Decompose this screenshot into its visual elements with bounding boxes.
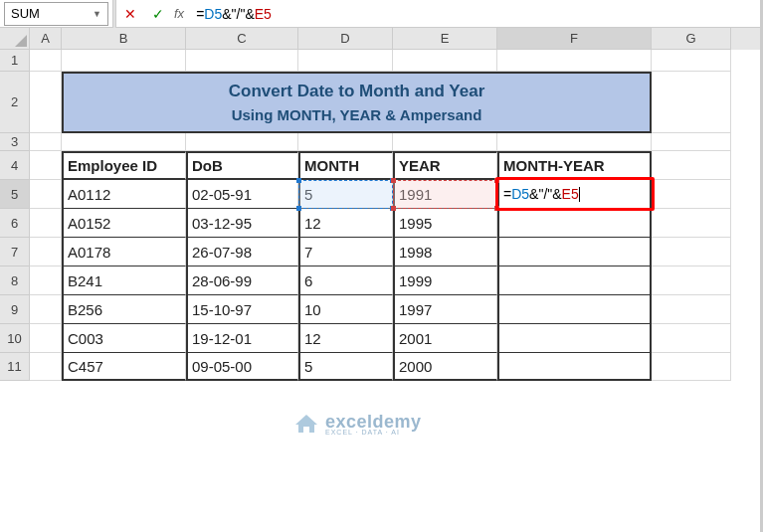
cell-month[interactable]: 5 <box>298 180 393 209</box>
cell-month[interactable]: 10 <box>298 295 393 324</box>
cell[interactable] <box>30 151 62 180</box>
row-header-4[interactable]: 4 <box>0 151 30 180</box>
cell-month[interactable]: 12 <box>298 209 393 238</box>
cell[interactable] <box>652 133 731 151</box>
cell[interactable] <box>298 133 393 151</box>
cell-month-year[interactable] <box>497 266 652 295</box>
cell-year[interactable]: 2000 <box>393 353 497 381</box>
title-merged-cell[interactable]: Convert Date to Month and Year Using MON… <box>62 72 652 133</box>
cell-employee-id[interactable]: A0152 <box>62 209 186 238</box>
fx-icon[interactable]: fx <box>174 6 184 21</box>
header-month-year[interactable]: MONTH-YEAR <box>497 151 652 180</box>
cell[interactable] <box>652 353 731 381</box>
cell-dob[interactable]: 19-12-01 <box>186 324 298 353</box>
cell-year[interactable]: 1999 <box>393 266 497 295</box>
cell-month-year[interactable] <box>497 324 652 353</box>
col-header-d[interactable]: D <box>298 28 393 50</box>
cancel-button[interactable]: ✕ <box>116 2 144 26</box>
cell[interactable] <box>30 180 62 209</box>
name-box[interactable]: SUM ▼ <box>4 2 108 26</box>
cell[interactable] <box>186 50 298 72</box>
watermark: exceldemy EXCEL · DATA · AI <box>293 413 422 438</box>
cell[interactable] <box>30 324 62 353</box>
cell-year[interactable]: 1991 <box>393 180 497 209</box>
cell-employee-id[interactable]: A0112 <box>62 180 186 209</box>
col-header-b[interactable]: B <box>62 28 186 50</box>
cell-dob[interactable]: 03-12-95 <box>186 209 298 238</box>
cell-dob[interactable]: 26-07-98 <box>186 238 298 266</box>
cell[interactable] <box>30 50 62 72</box>
cell-dob[interactable]: 15-10-97 <box>186 295 298 324</box>
header-month[interactable]: MONTH <box>298 151 393 180</box>
cell-month-year[interactable] <box>497 295 652 324</box>
select-all-corner[interactable] <box>0 28 30 50</box>
cell-month-year[interactable] <box>497 209 652 238</box>
col-header-a[interactable]: A <box>30 28 62 50</box>
cell[interactable] <box>652 266 731 295</box>
cell[interactable] <box>497 133 652 151</box>
cell[interactable] <box>652 295 731 324</box>
cell[interactable] <box>30 353 62 381</box>
cell-month[interactable]: 12 <box>298 324 393 353</box>
row-header-7[interactable]: 7 <box>0 238 30 266</box>
cell[interactable] <box>30 133 62 151</box>
cell-employee-id[interactable]: A0178 <box>62 238 186 266</box>
cell-year[interactable]: 1997 <box>393 295 497 324</box>
col-header-g[interactable]: G <box>652 28 731 50</box>
col-header-c[interactable]: C <box>186 28 298 50</box>
row-header-8[interactable]: 8 <box>0 266 30 295</box>
cell[interactable] <box>62 133 186 151</box>
cell-dob[interactable]: 02-05-91 <box>186 180 298 209</box>
row-header-2[interactable]: 2 <box>0 72 30 133</box>
ac-ref1: D5 <box>511 186 529 202</box>
cell[interactable] <box>393 50 497 72</box>
confirm-button[interactable]: ✓ <box>144 2 172 26</box>
cell-month-year[interactable] <box>497 238 652 266</box>
row-header-10[interactable]: 10 <box>0 324 30 353</box>
row-header-3[interactable]: 3 <box>0 133 30 151</box>
cell[interactable] <box>652 209 731 238</box>
formula-input[interactable]: =D5&"/"&E5 <box>190 2 763 26</box>
row-header-9[interactable]: 9 <box>0 295 30 324</box>
cell[interactable] <box>186 133 298 151</box>
cell-year[interactable]: 1995 <box>393 209 497 238</box>
cell[interactable] <box>497 50 652 72</box>
cell[interactable] <box>30 238 62 266</box>
cell-month[interactable]: 5 <box>298 353 393 381</box>
cell[interactable] <box>298 50 393 72</box>
active-cell[interactable]: =D5&"/"&E5 <box>497 180 652 209</box>
cell-dob[interactable]: 09-05-00 <box>186 353 298 381</box>
cell-year[interactable]: 2001 <box>393 324 497 353</box>
row-header-6[interactable]: 6 <box>0 209 30 238</box>
row-header-11[interactable]: 11 <box>0 353 30 381</box>
cell-month[interactable]: 6 <box>298 266 393 295</box>
row-header-1[interactable]: 1 <box>0 50 30 72</box>
cell[interactable] <box>62 50 186 72</box>
row-header-5[interactable]: 5 <box>0 180 30 209</box>
header-year[interactable]: YEAR <box>393 151 497 180</box>
cell[interactable] <box>30 72 62 133</box>
cell-employee-id[interactable]: B256 <box>62 295 186 324</box>
cell-employee-id[interactable]: C003 <box>62 324 186 353</box>
cell-dob[interactable]: 28-06-99 <box>186 266 298 295</box>
cell[interactable] <box>652 151 731 180</box>
cell-employee-id[interactable]: B241 <box>62 266 186 295</box>
cell[interactable] <box>652 324 731 353</box>
cell[interactable] <box>652 180 731 209</box>
cell[interactable] <box>30 295 62 324</box>
cell[interactable] <box>652 72 731 133</box>
header-employee-id[interactable]: Employee ID <box>62 151 186 180</box>
cell[interactable] <box>30 209 62 238</box>
header-dob[interactable]: DoB <box>186 151 298 180</box>
cell[interactable] <box>393 133 497 151</box>
cell[interactable] <box>30 266 62 295</box>
cell-month[interactable]: 7 <box>298 238 393 266</box>
cell[interactable] <box>652 238 731 266</box>
col-header-f[interactable]: F <box>497 28 652 50</box>
cell-year[interactable]: 1998 <box>393 238 497 266</box>
cell-month-year[interactable] <box>497 353 652 381</box>
chevron-down-icon[interactable]: ▼ <box>93 9 101 19</box>
cell-employee-id[interactable]: C457 <box>62 353 186 381</box>
col-header-e[interactable]: E <box>393 28 497 50</box>
cell[interactable] <box>652 50 731 72</box>
